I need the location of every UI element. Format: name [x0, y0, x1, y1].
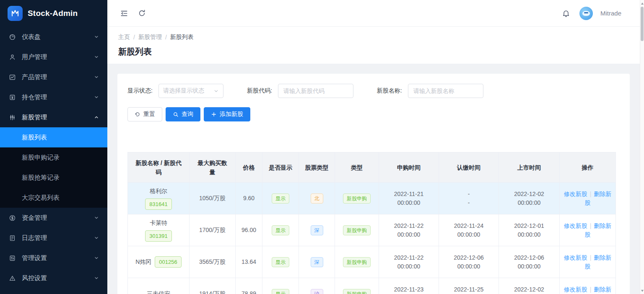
stock-name: 三未信安: [147, 289, 170, 294]
type-badge: 新股申购: [343, 225, 371, 235]
edit-stock-link[interactable]: 修改新股: [564, 254, 587, 261]
sidebar-subitem-新股抢筹记录[interactable]: 新股抢筹记录: [0, 168, 107, 188]
table-row: 卡莱特3013911700/万股96.00显示深新股申购2022-11-2200…: [128, 214, 616, 246]
chevron-down-icon: [94, 34, 99, 39]
market-cell: 沪: [299, 278, 335, 294]
breadcrumb-separator: /: [165, 34, 167, 41]
vertical-scrollbar[interactable]: [640, 0, 644, 294]
add-stock-button[interactable]: 添加新股: [204, 107, 250, 121]
breadcrumb-item-新股管理[interactable]: 新股管理: [138, 34, 162, 41]
edit-stock-link[interactable]: 修改新股: [564, 286, 587, 293]
market-cell: 北: [299, 183, 335, 214]
column-header-是否显示: 是否显示: [262, 152, 299, 183]
status-label: 显示状态:: [127, 87, 153, 95]
actions-cell: 修改新股|删除新股: [560, 214, 616, 246]
type-badge: 新股申购: [343, 289, 371, 294]
chevron-down-icon: [213, 88, 219, 94]
sidebar-item-产品管理[interactable]: 产品管理: [0, 67, 107, 87]
sidebar-item-风控设置[interactable]: 风控设置: [0, 268, 107, 288]
username[interactable]: Mitrade: [600, 10, 621, 17]
sidebar-item-管理设置[interactable]: 管理设置: [0, 248, 107, 268]
type-cell: 新股申购: [335, 214, 379, 246]
admin-settings-icon: [8, 254, 16, 262]
log-icon: [8, 234, 16, 242]
code-input[interactable]: [278, 84, 353, 98]
delete-stock-link[interactable]: 删除新股: [585, 191, 612, 206]
reset-button[interactable]: 重置: [127, 107, 162, 121]
visible-cell: 显示: [262, 183, 299, 214]
stock-code-badge: 831641: [145, 199, 171, 210]
time-cell: 2022-11-2200:00:00: [379, 214, 439, 246]
sidebar-item-持仓管理[interactable]: 持仓管理: [0, 87, 107, 107]
sidebar-subitem-新股列表[interactable]: 新股列表: [0, 127, 107, 147]
visible-badge: 显示: [272, 257, 289, 267]
price-cell: 96.00: [236, 214, 262, 246]
breadcrumb-item-主页[interactable]: 主页: [118, 34, 130, 41]
scroll-down-arrow-icon[interactable]: [640, 288, 644, 293]
stock-name: 卡莱特: [150, 219, 167, 227]
type-cell: 新股申购: [335, 183, 379, 214]
avatar[interactable]: [579, 7, 593, 20]
max-qty-cell: 1914/万股: [190, 278, 236, 294]
sidebar-item-日志管理[interactable]: 日志管理: [0, 228, 107, 248]
sidebar-item-label: 资金管理: [22, 214, 94, 222]
chevron-down-icon: [94, 255, 99, 260]
sidebar-subitem-新股申购记录[interactable]: 新股申购记录: [0, 147, 107, 168]
sidebar-item-label: 产品管理: [22, 73, 94, 81]
actions-cell: 修改新股|删除新股: [560, 183, 616, 214]
edit-stock-link[interactable]: 修改新股: [564, 191, 587, 197]
name-input[interactable]: [408, 84, 483, 98]
market-badge: 沪: [311, 289, 323, 294]
name-code-cell: N炜冈001256: [128, 246, 190, 278]
table-row: 格利尔8316411050/万股9.60显示北新股申购2022-11-2100:…: [128, 183, 616, 214]
search-button-label: 查询: [182, 111, 193, 118]
market-cell: 深: [299, 246, 335, 278]
time-cell: --: [439, 183, 499, 214]
candlestick-icon: [8, 113, 16, 121]
edit-stock-link[interactable]: 修改新股: [564, 222, 587, 229]
sidebar-item-仪表盘[interactable]: 仪表盘: [0, 27, 107, 47]
position-icon: [8, 93, 16, 101]
sidebar-item-新股管理[interactable]: 新股管理: [0, 107, 107, 127]
delete-stock-link[interactable]: 删除新股: [585, 286, 612, 294]
visible-cell: 显示: [262, 214, 299, 246]
app-logo[interactable]: Stock-Admin: [0, 0, 107, 27]
delete-stock-link[interactable]: 删除新股: [585, 254, 612, 270]
name-code-cell: 格利尔831641: [128, 183, 190, 214]
sidebar-item-用户管理[interactable]: 用户管理: [0, 47, 107, 67]
stock-code-badge: 301391: [145, 230, 171, 242]
collapse-sidebar-icon[interactable]: [118, 8, 130, 19]
time-cell: 2022-11-2100:00:00: [379, 183, 439, 214]
notification-bell-icon[interactable]: [560, 8, 572, 19]
time-cell: 2022-11-2300:00:00: [379, 278, 439, 294]
user-icon: [8, 53, 16, 61]
breadcrumb-item-新股列表: 新股列表: [170, 34, 194, 41]
price-cell: 9.60: [236, 183, 262, 214]
type-cell: 新股申购: [335, 278, 379, 294]
sidebar-item-资金管理[interactable]: 资金管理: [0, 208, 107, 228]
table-head: 新股名称 / 新股代码最大购买数量价格是否显示股票类型类型申购时间认缴时间上市时…: [128, 152, 616, 183]
max-qty-cell: 1050/万股: [190, 183, 236, 214]
action-divider: |: [590, 222, 592, 229]
delete-stock-link[interactable]: 删除新股: [585, 222, 612, 238]
refresh-icon[interactable]: [136, 8, 148, 19]
sidebar-item-label: 新股管理: [22, 113, 94, 121]
status-select-placeholder: 请选择显示状态: [163, 87, 213, 95]
time-cell: 2022-12-0200:00:00: [499, 278, 560, 294]
page-title: 新股列表: [118, 46, 633, 57]
product-chart-icon: [8, 73, 16, 81]
search-button[interactable]: 查询: [166, 107, 200, 121]
code-label: 新股代码:: [247, 87, 272, 95]
filter-row: 显示状态: 请选择显示状态 新股代码: 新股名称:: [127, 84, 620, 98]
risk-warning-icon: [8, 274, 16, 282]
scrollbar-thumb[interactable]: [641, 7, 644, 41]
market-cell: 深: [299, 214, 335, 246]
chevron-down-icon: [94, 95, 99, 100]
table-body: 格利尔8316411050/万股9.60显示北新股申购2022-11-2100:…: [128, 183, 616, 294]
sidebar-item-label: 持仓管理: [22, 93, 94, 101]
visible-badge: 显示: [272, 225, 289, 235]
scroll-up-arrow-icon[interactable]: [640, 1, 644, 6]
type-badge: 新股申购: [343, 257, 371, 267]
sidebar-subitem-大宗交易列表[interactable]: 大宗交易列表: [0, 188, 107, 208]
status-select[interactable]: 请选择显示状态: [158, 84, 223, 98]
